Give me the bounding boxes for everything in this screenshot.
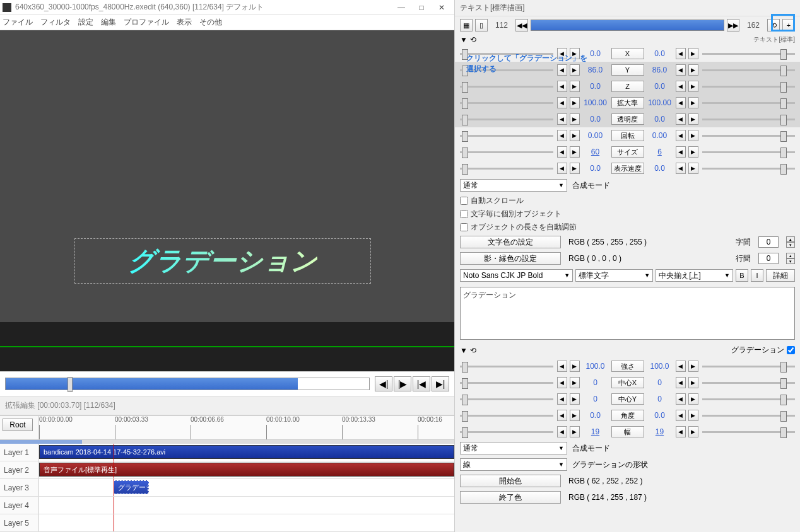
- line-spacing-input[interactable]: [758, 253, 779, 264]
- inc-left-button[interactable]: ▶: [570, 97, 580, 108]
- per-char-object-checkbox[interactable]: [460, 210, 468, 218]
- menu-filter[interactable]: フィルタ: [40, 17, 71, 28]
- slider-right[interactable]: [702, 382, 796, 384]
- preview-area[interactable]: グラデーション: [0, 30, 454, 322]
- menu-edit[interactable]: 編集: [101, 17, 116, 28]
- dec-left-button[interactable]: ◀: [557, 130, 567, 141]
- seekbar[interactable]: [5, 378, 370, 390]
- inc-right-button[interactable]: ▶: [688, 48, 698, 59]
- inc-right-button[interactable]: ▶: [688, 410, 698, 421]
- slider-left[interactable]: [460, 398, 553, 400]
- blend-mode-select[interactable]: 通常▼: [460, 179, 567, 192]
- value-left[interactable]: 86.0: [582, 66, 609, 74]
- play-button[interactable]: |▶: [394, 376, 411, 391]
- add-filter-button[interactable]: +: [782, 19, 795, 32]
- inc-left-button[interactable]: ▶: [570, 361, 580, 372]
- inc-right-button[interactable]: ▶: [688, 113, 698, 125]
- loop-icon-2[interactable]: ⟲: [470, 346, 476, 355]
- playhead[interactable]: [114, 479, 114, 496]
- italic-button[interactable]: I: [751, 269, 763, 282]
- text-color-button[interactable]: 文字色の設定: [460, 236, 561, 248]
- slider-right[interactable]: [702, 119, 796, 120]
- playhead[interactable]: [114, 444, 114, 461]
- dec-left-button[interactable]: ◀: [557, 146, 567, 158]
- goto-end-button[interactable]: ▶|: [432, 376, 449, 391]
- value-right[interactable]: 0: [647, 378, 673, 387]
- dec-right-button[interactable]: ◀: [676, 113, 686, 125]
- seek-rewind-button[interactable]: ◀◀: [515, 19, 528, 32]
- timeline-ruler[interactable]: 00:00:00.0000:00:03.3300:00:06.6600:00:1…: [39, 416, 454, 439]
- goto-start-button[interactable]: |◀: [413, 376, 430, 391]
- char-spacing-input[interactable]: [758, 236, 779, 248]
- layer-track[interactable]: bandicam 2018-04-14 17-45-32-276.avi: [39, 444, 454, 461]
- property-label[interactable]: 中心X: [611, 377, 644, 388]
- panel-icon-2[interactable]: ▯: [475, 19, 488, 32]
- slider-left[interactable]: [460, 69, 553, 71]
- inc-right-button[interactable]: ▶: [688, 130, 698, 141]
- inc-right-button[interactable]: ▶: [688, 426, 698, 437]
- slider-right[interactable]: [702, 102, 796, 104]
- layer-track[interactable]: 音声ファイル[標準再生]: [39, 461, 454, 478]
- end-color-button[interactable]: 終了色: [460, 491, 561, 504]
- property-label[interactable]: X: [611, 48, 644, 59]
- value-right[interactable]: 0.0: [647, 82, 673, 91]
- slider-right[interactable]: [702, 431, 796, 433]
- value-left[interactable]: 0.0: [582, 82, 609, 91]
- auto-scroll-checkbox[interactable]: [460, 197, 468, 205]
- alignment-select[interactable]: 中央揃え[上]▼: [656, 269, 733, 282]
- inc-left-button[interactable]: ▶: [570, 377, 580, 388]
- playhead[interactable]: [114, 514, 114, 531]
- gradation-enable-checkbox[interactable]: [787, 346, 795, 354]
- start-color-button[interactable]: 開始色: [460, 475, 561, 487]
- slider-left[interactable]: [460, 415, 553, 417]
- inc-right-button[interactable]: ▶: [688, 393, 698, 405]
- dec-right-button[interactable]: ◀: [676, 361, 686, 372]
- slider-left[interactable]: [460, 53, 553, 55]
- section-collapse-icon[interactable]: ▼: [460, 35, 468, 44]
- detail-button[interactable]: 詳細: [766, 269, 795, 282]
- inc-right-button[interactable]: ▶: [688, 163, 698, 174]
- value-right[interactable]: 100.00: [647, 98, 673, 107]
- layer-track[interactable]: グラデーシ: [39, 479, 454, 496]
- dec-right-button[interactable]: ◀: [676, 426, 686, 437]
- slider-left[interactable]: [460, 151, 553, 153]
- value-left[interactable]: 0.0: [582, 411, 609, 420]
- dec-left-button[interactable]: ◀: [557, 64, 567, 76]
- preview-object-bounds[interactable]: グラデーション: [74, 238, 371, 284]
- inc-right-button[interactable]: ▶: [688, 146, 698, 158]
- value-right[interactable]: 0.0: [647, 164, 673, 173]
- inc-left-button[interactable]: ▶: [570, 163, 580, 174]
- step-back-button[interactable]: ◀|: [375, 376, 392, 391]
- video-clip[interactable]: bandicam 2018-04-14 17-45-32-276.avi: [39, 445, 454, 459]
- value-right[interactable]: 0.00: [647, 131, 673, 140]
- maximize-button[interactable]: □: [411, 0, 432, 15]
- value-right[interactable]: 86.0: [647, 66, 673, 74]
- slider-left[interactable]: [460, 135, 553, 137]
- playhead[interactable]: [114, 497, 114, 514]
- value-left[interactable]: 60: [582, 147, 609, 156]
- slider-right[interactable]: [702, 151, 796, 153]
- panel-seekbar[interactable]: [531, 20, 724, 31]
- root-button[interactable]: Root: [3, 419, 33, 431]
- inc-left-button[interactable]: ▶: [570, 393, 580, 405]
- font-select[interactable]: Noto Sans CJK JP Bold▼: [460, 269, 573, 282]
- property-label[interactable]: 回転: [611, 130, 644, 141]
- layer-label[interactable]: Layer 5: [0, 514, 39, 531]
- property-label[interactable]: Z: [611, 81, 644, 92]
- layer-label[interactable]: Layer 3: [0, 479, 39, 496]
- inc-left-button[interactable]: ▶: [570, 410, 580, 421]
- dec-left-button[interactable]: ◀: [557, 48, 567, 59]
- loop-icon[interactable]: ⟲: [470, 35, 476, 44]
- dec-left-button[interactable]: ◀: [557, 81, 567, 92]
- gradation-collapse-icon[interactable]: ▼: [460, 346, 468, 355]
- property-label[interactable]: 中心Y: [611, 393, 644, 405]
- value-right[interactable]: 6: [647, 147, 673, 156]
- value-left[interactable]: 0.0: [582, 49, 609, 58]
- property-label[interactable]: Y: [611, 64, 644, 76]
- slider-left[interactable]: [460, 168, 553, 170]
- inc-left-button[interactable]: ▶: [570, 426, 580, 437]
- bold-button[interactable]: B: [736, 269, 748, 282]
- inc-left-button[interactable]: ▶: [570, 130, 580, 141]
- property-label[interactable]: 角度: [611, 410, 644, 421]
- value-left[interactable]: 0: [582, 378, 609, 387]
